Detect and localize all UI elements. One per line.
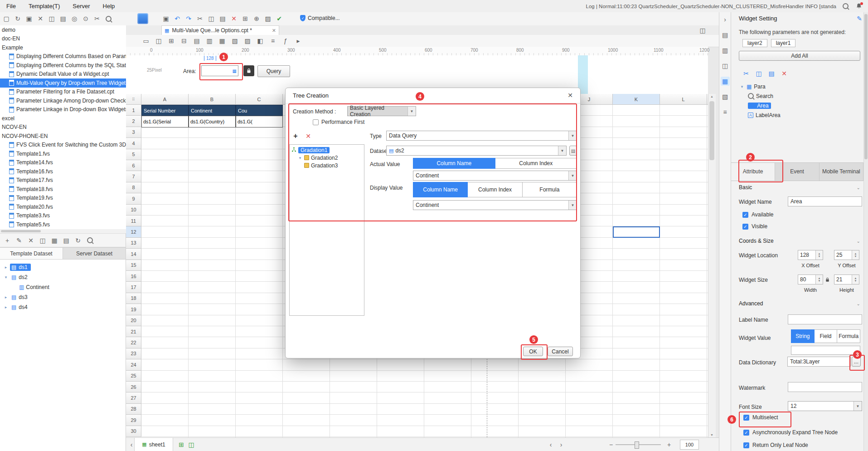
notification-bell-icon[interactable] — [854, 2, 863, 11]
scroll-up-icon[interactable]: ▲ — [710, 95, 713, 98]
merge-cell-icon[interactable]: ▭ — [141, 36, 150, 45]
split-cell-icon[interactable]: ◫ — [154, 36, 163, 45]
install-plugin-icon[interactable]: ◫ — [47, 14, 56, 23]
more-cell-tools-icon[interactable]: ▸ — [294, 36, 303, 45]
refresh-icon[interactable]: ↻ — [13, 14, 22, 23]
search-dataset-icon[interactable] — [85, 236, 94, 245]
widget-tree-item[interactable]: ALabelArea — [736, 110, 863, 120]
dataset-item[interactable]: ▸▤ds1 — [0, 262, 126, 272]
formula-icon[interactable]: ƒ — [281, 36, 290, 45]
delete-icon[interactable]: ✕ — [229, 14, 238, 23]
dataset-tab[interactable]: Server Dataset — [63, 247, 126, 260]
add-gradation-icon[interactable]: + — [291, 132, 300, 141]
row-header[interactable]: 30 — [126, 426, 141, 437]
menu-item[interactable]: File — [0, 3, 22, 10]
row-header[interactable]: 19 — [126, 304, 141, 315]
row-header[interactable]: 9 — [126, 193, 141, 204]
select-all-corner[interactable]: ⠿ — [126, 94, 141, 105]
search-icon[interactable] — [841, 2, 850, 11]
file-tree-item[interactable]: Parameter Linkage in Drop-down Box Widge… — [0, 105, 126, 114]
x-offset-stepper[interactable]: 128 — [798, 250, 823, 260]
row-header[interactable]: 5 — [126, 149, 141, 160]
menu-item[interactable]: Template(T) — [22, 3, 66, 10]
menu-item[interactable]: Server — [66, 3, 96, 10]
dataset-item[interactable]: ▸▤ds3 — [0, 292, 126, 302]
delete-dataset-icon[interactable]: ✕ — [26, 236, 35, 245]
border-icon[interactable]: ▧ — [230, 36, 239, 45]
dialog-tree-item[interactable]: Gradation1 — [290, 146, 364, 154]
segment-option[interactable]: Column Name — [413, 182, 468, 197]
y-offset-stepper[interactable]: 25 — [834, 250, 859, 260]
sheet-tab[interactable]: ▦ sheet1 — [134, 438, 173, 451]
row-header[interactable]: 3 — [126, 127, 141, 138]
sql-dataset-icon[interactable]: ▤ — [62, 236, 71, 245]
zoom-value[interactable]: 100 — [680, 440, 699, 450]
template-formula-cell[interactable]: ds1.G(Country) — [189, 116, 236, 127]
row-header[interactable]: 26 — [126, 382, 141, 392]
available-checkbox[interactable]: Available — [742, 211, 773, 218]
row-header[interactable]: 20 — [126, 315, 141, 326]
dataset-item[interactable]: ▾▤ds2 — [0, 272, 126, 282]
file-tree-item[interactable]: Displaying Different Columns Based on Pa… — [0, 52, 126, 61]
row-header[interactable]: 4 — [126, 138, 141, 149]
cancel-button[interactable]: Cancel — [548, 347, 573, 356]
refresh-dataset-icon[interactable]: ↻ — [73, 236, 82, 245]
redo-icon[interactable]: ↷ — [184, 14, 193, 23]
segment-option[interactable]: Column Index — [468, 182, 522, 197]
delete-widget-icon[interactable]: ✕ — [780, 69, 789, 78]
checkbox-checked-icon[interactable] — [743, 430, 749, 436]
duplicate-dataset-icon[interactable]: ◫ — [38, 236, 47, 245]
scrollbar-thumb[interactable] — [864, 14, 868, 159]
section-basic[interactable]: Basic ⌄ — [739, 184, 860, 191]
font-size-select[interactable]: 12 ▼ — [788, 401, 862, 411]
segment-option[interactable]: Field — [815, 329, 838, 343]
save-icon[interactable]: ▣ — [161, 14, 170, 23]
paste-widget-icon[interactable]: ▤ — [767, 69, 776, 78]
column-header[interactable]: C — [236, 94, 283, 105]
scissors-icon[interactable]: ✂ — [742, 69, 751, 78]
visible-checkbox[interactable]: Visible — [742, 223, 767, 230]
hyperlink-icon[interactable]: ⊕ — [252, 14, 261, 23]
zoom-out-icon[interactable]: − — [606, 440, 616, 449]
template-header-cell[interactable]: Serial Number — [141, 105, 189, 116]
tab-event[interactable]: Event — [775, 163, 819, 181]
file-tree-item[interactable]: demo — [0, 25, 126, 34]
floating-element-panel-icon[interactable]: ◫ — [721, 61, 730, 70]
creation-method-select[interactable]: Basic Layered Creation ▼ — [347, 106, 416, 116]
row-header[interactable]: 12 — [126, 226, 141, 237]
search-template-icon[interactable] — [104, 14, 113, 23]
query-button[interactable]: Query — [257, 65, 290, 77]
stepper-arrows-icon[interactable] — [852, 275, 859, 284]
dataset-field[interactable]: ▥Continent — [0, 282, 126, 292]
expand-icon[interactable]: ▸ — [4, 295, 8, 299]
file-tree-item[interactable]: Template18.fvs — [0, 185, 126, 194]
copy-icon[interactable]: ◫ — [207, 14, 216, 23]
file-tree-item[interactable]: Example — [0, 43, 126, 52]
file-tree-item[interactable]: doc-EN — [0, 34, 126, 44]
file-tree-item[interactable]: Template5.fvs — [0, 220, 126, 229]
segment-option[interactable]: Formula — [523, 182, 577, 197]
tab-attribute[interactable]: Attribute — [731, 163, 775, 181]
scroll-down-icon[interactable]: ▼ — [710, 433, 713, 436]
expand-icon[interactable]: ▸ — [4, 265, 8, 270]
column-header[interactable]: L — [660, 94, 707, 105]
row-header[interactable]: 22 — [126, 337, 141, 348]
row-header[interactable]: 14 — [126, 249, 141, 260]
scrollbar-thumb[interactable] — [1, 230, 41, 232]
paste-icon[interactable]: ▤ — [218, 14, 227, 23]
row-header[interactable]: 11 — [126, 216, 141, 226]
cell-attribute-panel-icon[interactable]: ▤ — [721, 30, 730, 39]
zoom-slider-track[interactable] — [616, 444, 661, 445]
add-grid-sheet-icon[interactable]: ⊞ — [177, 440, 186, 449]
row-header[interactable]: 29 — [126, 415, 141, 426]
area-dropdown-widget[interactable]: ▦ — [201, 65, 238, 76]
expand-icon[interactable]: ▾ — [4, 275, 8, 279]
cell-attribute-icon[interactable]: ▦ — [218, 36, 227, 45]
cut-template-icon[interactable]: ✂ — [92, 14, 102, 23]
settings-icon[interactable]: ◎ — [70, 14, 79, 23]
file-tree-item[interactable]: Template16.fvs — [0, 167, 126, 176]
file-tree-item[interactable]: excel — [0, 114, 126, 123]
align-icon[interactable]: ≡ — [268, 36, 277, 45]
row-header[interactable]: 1 — [126, 105, 141, 116]
edit-dataset-icon[interactable]: ✎ — [15, 236, 24, 245]
